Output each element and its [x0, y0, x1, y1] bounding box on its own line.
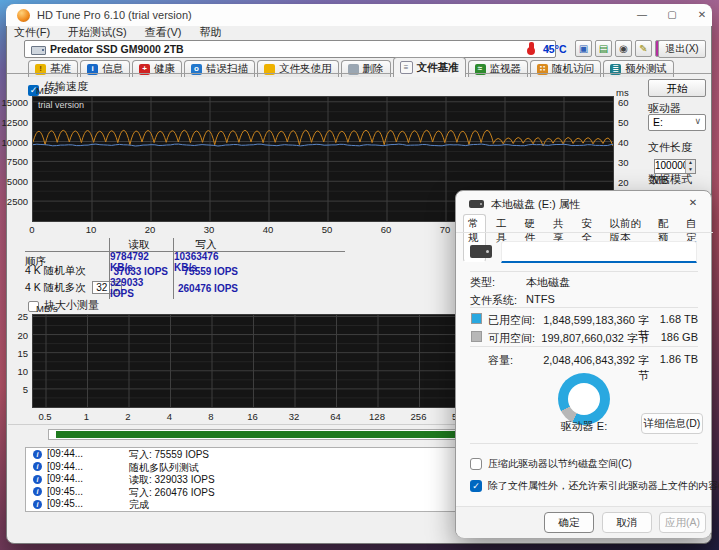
value: 37033 IOPS — [114, 266, 168, 277]
tab-删除[interactable]: 删除 — [341, 60, 391, 77]
space-bytes: 199,807,660,032 字节 — [536, 331, 649, 346]
details-button[interactable]: 详细信息(D) — [641, 413, 703, 434]
drive-select[interactable]: Predator SSD GM9000 2TB ∨ — [24, 40, 556, 58]
legend-swatch — [471, 313, 482, 324]
value: 260476 IOPS — [178, 283, 238, 294]
tab-健康[interactable]: +健康 — [132, 60, 182, 77]
log-time: [09:44... — [47, 461, 83, 472]
cancel-button[interactable]: 取消 — [602, 512, 652, 533]
chart1-x-tick: 0 — [22, 224, 42, 235]
chart2-y-tick: 10 — [0, 366, 28, 377]
chart1-x-tick: 20 — [140, 224, 160, 235]
dialog-close-icon[interactable]: ✕ — [685, 196, 701, 210]
copy-text-button[interactable]: ▣ — [575, 40, 592, 57]
queue-depth-value: 32 — [93, 282, 111, 293]
field-label: 文件系统: — [470, 293, 517, 308]
capacity-size: 1.86 TB — [654, 353, 698, 365]
space-size: 186 GB — [654, 331, 698, 343]
chart2-y-tick: 5 — [0, 384, 28, 395]
menu-item-3[interactable]: 查看(V) — [145, 25, 182, 39]
tab-额外测试[interactable]: ≣额外测试 — [603, 60, 674, 77]
space-label: 可用空间: — [488, 331, 535, 346]
screenshot-button[interactable]: ◉ — [615, 40, 632, 57]
chart1-x-tick: 50 — [317, 224, 337, 235]
target-drive-select[interactable]: E: ∨ — [648, 114, 706, 131]
chart1-y-tick: 7500 — [0, 156, 28, 167]
checkbox-label: 压缩此驱动器以节约磁盘空间(C) — [488, 457, 632, 471]
file-benchmark-icon: ≡ — [400, 61, 413, 74]
divider — [470, 307, 698, 308]
divider — [470, 271, 698, 272]
chart2-x-tick: 8 — [197, 411, 225, 422]
thermometer-icon — [529, 42, 534, 52]
divider — [470, 346, 698, 347]
copy-image-icon: ▤ — [599, 43, 608, 54]
info-icon: i — [33, 487, 42, 496]
capacity-label: 容量: — [488, 353, 513, 368]
exit-button[interactable]: 退出(X) — [658, 40, 706, 58]
chart1-right-tick: 30 — [618, 157, 634, 168]
chart1-right-tick: 20 — [618, 177, 634, 188]
table-row: 4 K 随机多次32▲▼329033 IOPS260476 IOPS — [25, 277, 243, 290]
log-time: [09:45... — [47, 498, 83, 509]
chart2-y-tick: 15 — [0, 348, 28, 359]
close-icon[interactable]: ✕ — [690, 7, 714, 22]
file-length-label: 文件长度 — [648, 140, 692, 155]
disk-properties-dialog: 本地磁盘 (E:) 属性 ✕ 常规工具硬件共享安全以前的版本配额自定义 类型:本… — [455, 190, 712, 538]
tab-信息[interactable]: i信息 — [80, 60, 130, 77]
legend-swatch — [471, 331, 482, 342]
minimize-icon[interactable]: — — [630, 7, 654, 22]
chart1-x-tick: 70 — [435, 224, 455, 235]
field-value: NTFS — [526, 293, 555, 305]
table-row: 顺序9784792 KB/s10363476 KB/s — [25, 251, 243, 264]
drive-select-value: Predator SSD GM9000 2TB — [50, 43, 184, 55]
drive-icon — [31, 46, 46, 55]
divider — [456, 232, 713, 233]
data-mode-label: 数据模式 — [648, 172, 692, 187]
dialog-checkbox[interactable]: 压缩此驱动器以节约磁盘空间(C) — [470, 457, 632, 471]
chart2-x-tick: 4 — [156, 411, 184, 422]
table-header-row: 读取写入 — [25, 238, 243, 251]
tab-基准[interactable]: !基准 — [28, 60, 78, 77]
menu-item-2[interactable]: 开始测试(S) — [68, 25, 127, 39]
tab-错误扫描[interactable]: o错误扫描 — [184, 60, 255, 77]
donut-hole — [568, 383, 600, 415]
space-label: 已用空间: — [488, 313, 535, 328]
read-value: 329033 IOPS — [109, 277, 173, 299]
field-label: 类型: — [470, 275, 495, 290]
menu-item-1[interactable]: 文件(F) — [14, 25, 50, 39]
tab-监视器[interactable]: ≈监视器 — [468, 60, 529, 77]
table-header-divider — [25, 251, 345, 252]
chart1-x-tick: 30 — [199, 224, 219, 235]
chart1-y-tick: 5000 — [0, 176, 28, 187]
tab-文件夹使用[interactable]: 文件夹使用 — [257, 60, 339, 77]
edit-button[interactable]: ✎ — [635, 40, 652, 57]
chart2-x-tick: 2 — [114, 411, 142, 422]
tab-文件基准[interactable]: ≡文件基准 — [393, 57, 466, 77]
ok-button[interactable]: 确定 — [544, 512, 594, 533]
column-header-write: 写入 — [173, 238, 243, 252]
chart2-y-tick: 20 — [0, 330, 28, 341]
column-header-read: 读取 — [109, 238, 173, 252]
dialog-checkbox[interactable]: ✓除了文件属性外，还允许索引此驱动器上文件的内容(I) — [470, 479, 719, 493]
volume-label-input[interactable] — [501, 241, 697, 263]
edit-icon: ✎ — [639, 43, 647, 54]
space-size: 1.68 TB — [654, 313, 698, 325]
chart2-x-tick: 32 — [280, 411, 308, 422]
maximize-icon[interactable]: ▢ — [660, 7, 684, 22]
target-drive-value: E: — [653, 116, 663, 128]
chart2-y-axis-unit: MB/s — [36, 303, 58, 314]
tab-随机访问[interactable]: ∷随机访问 — [530, 60, 601, 77]
log-time: [09:44... — [47, 448, 83, 459]
chart1-right-tick: 60 — [618, 97, 634, 108]
chart1-y-tick: 12500 — [0, 117, 28, 128]
menu-item-4[interactable]: 帮助 — [199, 25, 221, 39]
start-button[interactable]: 开始 — [648, 79, 706, 97]
chart1-y-tick: 10000 — [0, 137, 28, 148]
copy-image-button[interactable]: ▤ — [595, 40, 612, 57]
chart1-x-tick: 10 — [81, 224, 101, 235]
chart2-x-tick: 1 — [73, 411, 101, 422]
log-time: [09:45... — [47, 486, 83, 497]
info-icon: i — [33, 475, 42, 484]
value: 75559 IOPS — [184, 266, 238, 277]
